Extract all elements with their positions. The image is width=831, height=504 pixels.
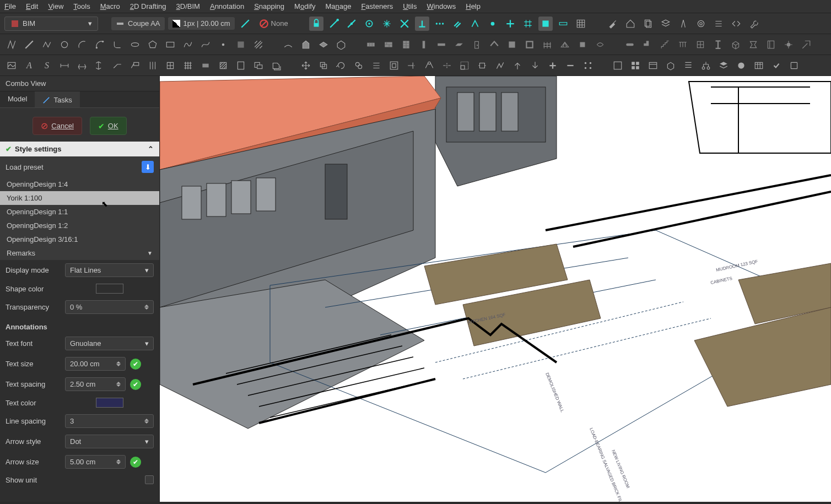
annot-grid-icon[interactable] [181, 58, 195, 73]
draft-ellipse-icon[interactable] [128, 37, 142, 52]
line-width-info[interactable]: 1px | 20.00 cm [168, 17, 235, 30]
bim-library-icon[interactable] [764, 37, 778, 52]
mod-join-icon[interactable] [422, 58, 436, 73]
tool-layers-icon[interactable] [659, 17, 673, 31]
mod-rotate-icon[interactable] [334, 58, 348, 73]
snap-dimensions-icon[interactable] [556, 17, 570, 31]
bim-profile-icon[interactable] [711, 37, 725, 52]
mod-downgrade-icon[interactable] [528, 58, 542, 73]
annot-page-icon[interactable] [234, 58, 248, 73]
manage-ifc-icon[interactable] [663, 58, 678, 73]
manage-quantities-icon[interactable] [681, 58, 695, 73]
menu-modify[interactable]: Modify [294, 2, 315, 10]
text-size-input[interactable]: 20.00 cm [65, 357, 126, 371]
mod-upgrade-icon[interactable] [510, 58, 525, 73]
mod-array-icon[interactable] [581, 58, 595, 73]
snap-near-icon[interactable] [485, 17, 500, 31]
check-icon[interactable]: ✔ [130, 379, 141, 390]
tool-code-icon[interactable] [729, 17, 743, 31]
manage-schedule-icon[interactable] [752, 58, 766, 73]
menu-file[interactable]: File [4, 2, 16, 10]
tool-wrench-icon[interactable] [747, 17, 761, 31]
check-icon[interactable]: ✔ [130, 359, 141, 370]
snap-perpendicular-icon[interactable] [415, 17, 429, 31]
preset-item[interactable]: OpeningDesign 1:2 [0, 219, 159, 232]
snap-center-icon[interactable] [362, 17, 376, 31]
menu-macro[interactable]: Macro [100, 2, 120, 10]
bim-truss-icon[interactable] [558, 37, 572, 52]
annot-shape2d-icon[interactable] [269, 58, 283, 73]
snap-endpoint-icon[interactable] [327, 17, 341, 31]
tool-home-icon[interactable] [623, 17, 638, 31]
menu-edit[interactable]: Edit [26, 2, 38, 10]
snap-angle-icon[interactable] [380, 17, 394, 31]
annot-image-icon[interactable] [4, 58, 19, 73]
download-preset-icon[interactable]: ⬇ [142, 161, 154, 173]
workbench-selector[interactable]: BIM ▾ [4, 17, 98, 31]
annot-axis-system-icon[interactable] [163, 58, 177, 73]
preset-item-selected[interactable]: Yorik 1:100 [0, 191, 159, 205]
preset-item[interactable]: Remarks ▼ [0, 246, 159, 260]
snap-ortho-icon[interactable] [503, 17, 517, 31]
menu-windows[interactable]: Windows [427, 2, 456, 10]
draft-wire-icon[interactable] [40, 37, 54, 52]
bim-stairs-icon[interactable] [658, 37, 672, 52]
manage-windows-icon[interactable] [646, 58, 660, 73]
annot-shapestring-icon[interactable]: S [40, 58, 54, 73]
draft-arc3p-icon[interactable] [93, 37, 107, 52]
text-font-select[interactable]: Gnuolane ▾ [65, 337, 154, 350]
cancel-button[interactable]: Cancel [33, 117, 82, 135]
check-icon[interactable]: ✔ [130, 457, 141, 468]
bim-pipe-connector-icon[interactable] [640, 37, 655, 52]
draft-bspline-icon[interactable] [181, 37, 195, 52]
draft-fillet-icon[interactable] [110, 37, 125, 52]
mod-offset2d-icon[interactable] [387, 58, 401, 73]
toggle-grid-icon[interactable] [574, 17, 588, 31]
snap-grid-icon[interactable] [521, 17, 535, 31]
menu-tools[interactable]: Tools [73, 2, 90, 10]
show-unit-checkbox[interactable] [145, 475, 154, 484]
manage-classification-icon[interactable] [699, 58, 713, 73]
mod-move-icon[interactable] [299, 58, 313, 73]
mod-offset-icon[interactable] [369, 58, 384, 73]
draft-circle-icon[interactable] [57, 37, 72, 52]
bim-box-icon[interactable] [729, 37, 743, 52]
text-color-swatch[interactable] [96, 398, 123, 408]
menu-snapping[interactable]: Snapping [254, 2, 284, 10]
shape-color-swatch[interactable] [96, 284, 123, 294]
menu-annotation[interactable]: Annotation [210, 2, 244, 10]
mod-clone-icon[interactable] [352, 58, 366, 73]
annot-axis-icon[interactable] [145, 58, 160, 73]
mod-split-icon[interactable] [440, 58, 454, 73]
draft-arc-icon[interactable] [75, 37, 89, 52]
draft-point-icon[interactable] [216, 37, 230, 52]
line-spacing-input[interactable]: 3 [65, 414, 154, 428]
bim-reference-icon[interactable] [799, 37, 813, 52]
snap-midpoint-icon[interactable] [344, 17, 359, 31]
menu-manage[interactable]: Manage [325, 2, 351, 10]
bim-shapebuilder-icon[interactable] [746, 37, 760, 52]
menu-2d-drafting[interactable]: 2D Drafting [130, 2, 166, 10]
draft-sketch-icon[interactable] [4, 37, 19, 52]
bim-roof-icon[interactable] [487, 37, 501, 52]
annot-view-icon[interactable] [251, 58, 266, 73]
tool-gear-icon[interactable] [694, 17, 708, 31]
manage-materials-icon[interactable] [734, 58, 748, 73]
3d-viewport[interactable]: KITCHEN 164 SQF DEMOLISHED WALL NEW LIVI… [160, 76, 831, 502]
bim-railing-icon[interactable] [676, 37, 690, 52]
manage-setup-icon[interactable] [611, 58, 625, 73]
annot-dim-vertical-icon[interactable] [93, 58, 107, 73]
none-style[interactable]: None [256, 17, 292, 31]
tool-sheets-icon[interactable] [641, 17, 655, 31]
draft-facebinder-icon[interactable] [234, 37, 248, 52]
annot-text-icon[interactable]: A [22, 58, 36, 73]
snap-special-icon[interactable] [468, 17, 482, 31]
draft-line-icon[interactable] [22, 37, 36, 52]
bim-rebar-icon[interactable] [593, 37, 607, 52]
manage-layers-icon[interactable] [716, 58, 731, 73]
bim-window-icon[interactable] [693, 37, 708, 52]
tool-list-icon[interactable] [711, 17, 726, 31]
manage-views-icon[interactable] [628, 58, 643, 73]
tab-tasks[interactable]: Tasks [35, 91, 79, 107]
snap-workingplane-icon[interactable] [538, 17, 553, 31]
